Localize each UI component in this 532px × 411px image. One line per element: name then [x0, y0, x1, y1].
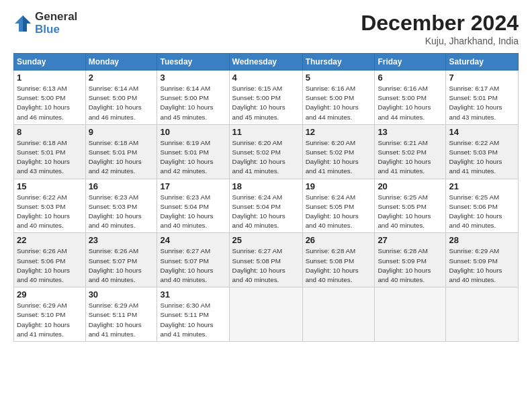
day-number: 8	[17, 127, 83, 137]
title-block: December 2024 Kuju, Jharkhand, India	[361, 11, 519, 46]
calendar-cell: 29Sunrise: 6:29 AMSunset: 5:10 PMDayligh…	[14, 287, 86, 342]
day-number: 19	[306, 181, 372, 191]
calendar-cell: 14Sunrise: 6:22 AMSunset: 5:03 PMDayligh…	[446, 124, 519, 179]
calendar-cell: 27Sunrise: 6:28 AMSunset: 5:09 PMDayligh…	[375, 233, 446, 287]
calendar-cell	[302, 287, 375, 342]
day-info: Sunrise: 6:16 AMSunset: 5:00 PMDaylight:…	[306, 84, 372, 122]
month-title: December 2024	[361, 11, 519, 36]
page: General Blue December 2024 Kuju, Jharkha…	[0, 0, 532, 411]
day-number: 15	[17, 181, 83, 191]
calendar-week-row-2: 8Sunrise: 6:18 AMSunset: 5:01 PMDaylight…	[14, 124, 519, 179]
calendar-cell: 18Sunrise: 6:24 AMSunset: 5:04 PMDayligh…	[229, 179, 302, 233]
calendar-cell: 4Sunrise: 6:15 AMSunset: 5:00 PMDaylight…	[229, 71, 302, 125]
day-info: Sunrise: 6:24 AMSunset: 5:05 PMDaylight:…	[306, 193, 372, 231]
calendar-cell: 31Sunrise: 6:30 AMSunset: 5:11 PMDayligh…	[157, 287, 229, 342]
day-number: 7	[449, 73, 515, 83]
calendar-cell: 8Sunrise: 6:18 AMSunset: 5:01 PMDaylight…	[14, 124, 86, 179]
day-number: 5	[306, 73, 372, 83]
logo-blue-text: Blue	[35, 24, 77, 36]
day-number: 30	[89, 289, 154, 300]
calendar-week-row-4: 22Sunrise: 6:26 AMSunset: 5:06 PMDayligh…	[14, 233, 519, 287]
calendar-cell: 19Sunrise: 6:24 AMSunset: 5:05 PMDayligh…	[302, 179, 375, 233]
calendar-cell: 11Sunrise: 6:20 AMSunset: 5:02 PMDayligh…	[229, 124, 302, 179]
day-info: Sunrise: 6:25 AMSunset: 5:05 PMDaylight:…	[378, 193, 443, 231]
logo-general-text: General	[35, 11, 77, 24]
calendar-cell: 22Sunrise: 6:26 AMSunset: 5:06 PMDayligh…	[14, 233, 86, 287]
day-info: Sunrise: 6:21 AMSunset: 5:02 PMDaylight:…	[378, 138, 443, 177]
calendar-cell: 23Sunrise: 6:26 AMSunset: 5:07 PMDayligh…	[85, 233, 157, 287]
day-number: 1	[17, 73, 83, 83]
day-info: Sunrise: 6:29 AMSunset: 5:10 PMDaylight:…	[17, 301, 83, 339]
calendar-week-row-3: 15Sunrise: 6:22 AMSunset: 5:03 PMDayligh…	[14, 179, 519, 233]
day-info: Sunrise: 6:13 AMSunset: 5:00 PMDaylight:…	[17, 84, 83, 122]
calendar-cell: 21Sunrise: 6:25 AMSunset: 5:06 PMDayligh…	[446, 179, 519, 233]
day-info: Sunrise: 6:15 AMSunset: 5:00 PMDaylight:…	[232, 84, 300, 122]
calendar-cell: 30Sunrise: 6:29 AMSunset: 5:11 PMDayligh…	[85, 287, 157, 342]
calendar-cell: 9Sunrise: 6:18 AMSunset: 5:01 PMDaylight…	[85, 124, 157, 179]
calendar-cell: 15Sunrise: 6:22 AMSunset: 5:03 PMDayligh…	[14, 179, 86, 233]
day-number: 10	[160, 127, 226, 137]
calendar-week-row-1: 1Sunrise: 6:13 AMSunset: 5:00 PMDaylight…	[14, 71, 519, 125]
day-number: 6	[378, 73, 443, 83]
day-number: 16	[89, 181, 154, 191]
location: Kuju, Jharkhand, India	[361, 36, 519, 46]
day-number: 29	[17, 289, 83, 300]
day-info: Sunrise: 6:18 AMSunset: 5:01 PMDaylight:…	[89, 138, 154, 177]
day-number: 28	[449, 235, 515, 245]
day-info: Sunrise: 6:22 AMSunset: 5:03 PMDaylight:…	[17, 193, 83, 231]
calendar-header-wednesday: Wednesday	[229, 54, 302, 71]
day-number: 22	[17, 235, 83, 245]
day-number: 11	[232, 127, 300, 137]
calendar-cell: 20Sunrise: 6:25 AMSunset: 5:05 PMDayligh…	[375, 179, 446, 233]
calendar-week-row-5: 29Sunrise: 6:29 AMSunset: 5:10 PMDayligh…	[14, 287, 519, 342]
calendar-header-sunday: Sunday	[14, 54, 86, 71]
calendar-header-saturday: Saturday	[446, 54, 519, 71]
day-number: 3	[160, 73, 226, 83]
calendar-cell: 16Sunrise: 6:23 AMSunset: 5:03 PMDayligh…	[85, 179, 157, 233]
calendar-cell: 12Sunrise: 6:20 AMSunset: 5:02 PMDayligh…	[302, 124, 375, 179]
day-info: Sunrise: 6:23 AMSunset: 5:03 PMDaylight:…	[89, 193, 154, 231]
day-info: Sunrise: 6:18 AMSunset: 5:01 PMDaylight:…	[17, 138, 83, 177]
day-number: 25	[232, 235, 300, 245]
day-info: Sunrise: 6:20 AMSunset: 5:02 PMDaylight:…	[306, 138, 372, 177]
day-info: Sunrise: 6:22 AMSunset: 5:03 PMDaylight:…	[449, 138, 515, 177]
calendar-cell: 2Sunrise: 6:14 AMSunset: 5:00 PMDaylight…	[85, 71, 157, 125]
day-number: 31	[160, 289, 226, 300]
calendar-cell: 13Sunrise: 6:21 AMSunset: 5:02 PMDayligh…	[375, 124, 446, 179]
calendar-cell: 24Sunrise: 6:27 AMSunset: 5:07 PMDayligh…	[157, 233, 229, 287]
calendar-header-monday: Monday	[85, 54, 157, 71]
day-info: Sunrise: 6:28 AMSunset: 5:08 PMDaylight:…	[306, 246, 372, 285]
day-number: 24	[160, 235, 226, 245]
calendar-cell: 7Sunrise: 6:17 AMSunset: 5:01 PMDaylight…	[446, 71, 519, 125]
header: General Blue December 2024 Kuju, Jharkha…	[13, 11, 519, 46]
day-info: Sunrise: 6:27 AMSunset: 5:08 PMDaylight:…	[232, 246, 300, 285]
day-number: 14	[449, 127, 515, 137]
day-number: 26	[306, 235, 372, 245]
day-number: 27	[378, 235, 443, 245]
day-info: Sunrise: 6:26 AMSunset: 5:07 PMDaylight:…	[89, 246, 154, 285]
day-info: Sunrise: 6:25 AMSunset: 5:06 PMDaylight:…	[449, 193, 515, 231]
logo-text: General Blue	[35, 11, 77, 36]
calendar-cell	[446, 287, 519, 342]
calendar-cell: 3Sunrise: 6:14 AMSunset: 5:00 PMDaylight…	[157, 71, 229, 125]
day-number: 18	[232, 181, 300, 191]
calendar-cell: 10Sunrise: 6:19 AMSunset: 5:01 PMDayligh…	[157, 124, 229, 179]
day-info: Sunrise: 6:20 AMSunset: 5:02 PMDaylight:…	[232, 138, 300, 177]
calendar-cell: 28Sunrise: 6:29 AMSunset: 5:09 PMDayligh…	[446, 233, 519, 287]
day-info: Sunrise: 6:14 AMSunset: 5:00 PMDaylight:…	[89, 84, 154, 122]
day-info: Sunrise: 6:19 AMSunset: 5:01 PMDaylight:…	[160, 138, 226, 177]
calendar-header-row: SundayMondayTuesdayWednesdayThursdayFrid…	[14, 54, 519, 71]
day-number: 2	[89, 73, 154, 83]
logo-icon	[13, 14, 32, 33]
calendar-cell: 26Sunrise: 6:28 AMSunset: 5:08 PMDayligh…	[302, 233, 375, 287]
calendar-cell	[375, 287, 446, 342]
day-info: Sunrise: 6:14 AMSunset: 5:00 PMDaylight:…	[160, 84, 226, 122]
day-number: 4	[232, 73, 300, 83]
calendar-cell	[229, 287, 302, 342]
logo: General Blue	[13, 11, 77, 36]
day-number: 20	[378, 181, 443, 191]
calendar-header-tuesday: Tuesday	[157, 54, 229, 71]
day-info: Sunrise: 6:16 AMSunset: 5:00 PMDaylight:…	[378, 84, 443, 122]
day-info: Sunrise: 6:29 AMSunset: 5:11 PMDaylight:…	[89, 301, 154, 339]
day-number: 17	[160, 181, 226, 191]
